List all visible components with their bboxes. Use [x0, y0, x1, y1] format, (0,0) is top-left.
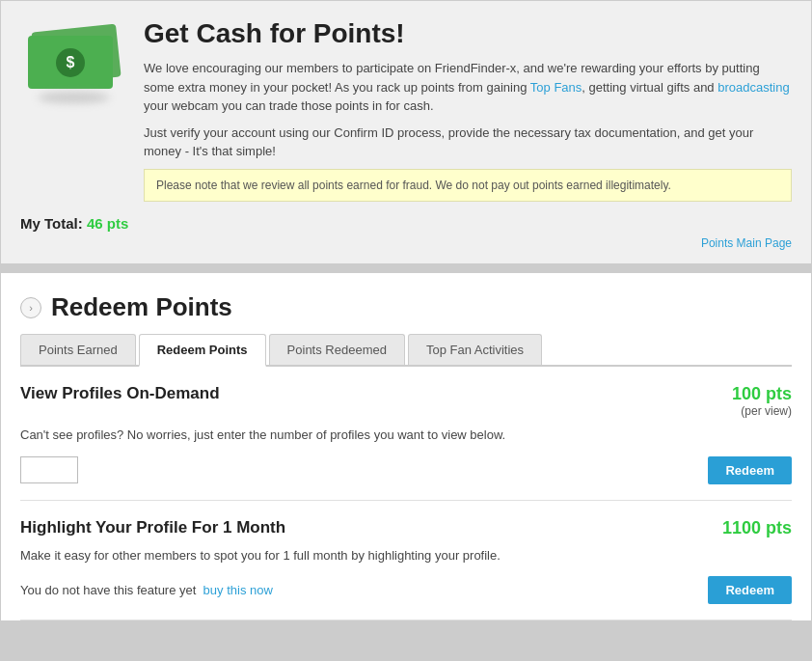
redeem-item-action-2: You do not have this feature yet buy thi… [20, 576, 792, 604]
pts-value-2: 1100 pts [722, 518, 792, 537]
my-total-row: My Total: 46 pts [20, 215, 792, 232]
tab-top-fan-activities[interactable]: Top Fan Activities [408, 334, 542, 365]
redeem-item-desc-1: Can't see profiles? No worries, just ent… [20, 426, 792, 445]
redeem-item-title-1: View Profiles On-Demand [20, 384, 220, 403]
buy-now-prefix-text: You do not have this feature yet [20, 583, 196, 597]
pts-detail-1: (per view) [732, 404, 792, 418]
top-text-block: Get Cash for Points! We love encouraging… [144, 18, 792, 202]
desc1b-text: , getting virtual gifts and [582, 80, 717, 95]
points-main-page-link[interactable]: Points Main Page [701, 236, 792, 250]
redeem-item-header-2: Highlight Your Profile For 1 Month 1100 … [20, 518, 792, 538]
fraud-notice: Please note that we review all points ea… [144, 169, 792, 203]
description-paragraph-1: We love encouraging our members to parti… [144, 59, 792, 116]
redeem-item-title-2: Highlight Your Profile For 1 Month [20, 518, 285, 537]
content-area: View Profiles On-Demand 100 pts (per vie… [1, 367, 811, 620]
pts-value-1: 100 pts [732, 384, 792, 403]
profile-qty-input[interactable] [20, 456, 78, 483]
page-title: Get Cash for Points! [144, 18, 792, 49]
my-total-label: My Total: [20, 215, 83, 232]
description-paragraph-2: Just verify your account using our Confi… [144, 124, 792, 161]
buy-now-prefix: You do not have this feature yet buy thi… [20, 583, 273, 597]
broadcasting-link[interactable]: broadcasting [717, 80, 789, 95]
redeem-item-pts-2: 1100 pts [722, 518, 792, 538]
redeem-item-highlight-profile: Highlight Your Profile For 1 Month 1100 … [20, 501, 792, 621]
nav-arrow-button[interactable]: › [20, 297, 41, 318]
cash-icon: $ [20, 18, 126, 105]
redeem-item-desc-2: Make it easy for other members to spot y… [20, 546, 792, 565]
redeem-item-action-1: Redeem [20, 456, 792, 484]
dollar-sign: $ [56, 48, 85, 77]
section-header: › Redeem Points [1, 292, 811, 334]
redeem-item-view-profiles: View Profiles On-Demand 100 pts (per vie… [20, 367, 792, 501]
redeem-button-1[interactable]: Redeem [708, 456, 792, 484]
top-fans-link[interactable]: Top Fans [530, 80, 582, 95]
redeem-button-2[interactable]: Redeem [708, 576, 792, 604]
points-main-link-row: Points Main Page [20, 235, 792, 250]
tab-points-redeemed[interactable]: Points Redeemed [269, 334, 405, 365]
redeem-item-header-1: View Profiles On-Demand 100 pts (per vie… [20, 384, 792, 418]
desc1c-text: your webcam you can trade those points i… [144, 98, 434, 113]
tab-points-earned[interactable]: Points Earned [20, 334, 136, 365]
tabs-container: Points Earned Redeem Points Points Redee… [20, 334, 792, 367]
tab-redeem-points[interactable]: Redeem Points [139, 334, 266, 367]
buy-now-link[interactable]: buy this now [203, 583, 273, 597]
top-section: $ Get Cash for Points! We love encouragi… [0, 0, 812, 264]
section-title: Redeem Points [51, 292, 232, 322]
my-total-value: 46 pts [87, 215, 128, 232]
redeem-item-pts-1: 100 pts (per view) [732, 384, 792, 418]
bottom-section: › Redeem Points Points Earned Redeem Poi… [0, 272, 812, 621]
